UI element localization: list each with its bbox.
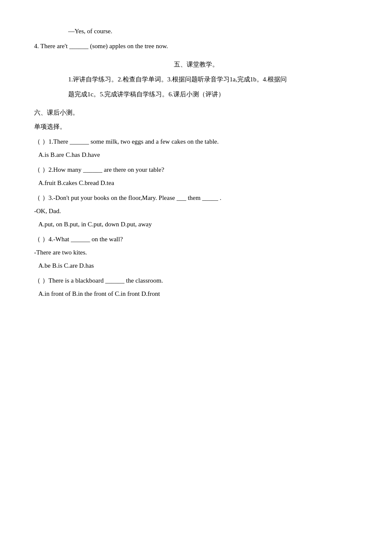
- question-3-sub: -OK, Dad.: [34, 205, 358, 217]
- question-4: 4. There are't ______ (some) apples on t…: [34, 40, 358, 52]
- question-2: （ ）2.How many ______ are there on your t…: [34, 164, 358, 176]
- question-4-mc: （ ）4.-What ______ on the wall?: [34, 234, 358, 245]
- section-6-sub: 单项选择。: [34, 121, 358, 133]
- section-6: 六、课后小测。 单项选择。 （ ）1.There ______ some mil…: [34, 107, 358, 300]
- question-5-text: （ ）There is a blackboard ______ the clas…: [34, 277, 163, 284]
- question-4-text: 4. There are't ______ (some) apples on t…: [34, 43, 168, 49]
- document-content: —Yes, of course. 4. There are't ______ (…: [34, 26, 358, 300]
- dialogue-text: —Yes, of course.: [68, 28, 112, 35]
- question-1-options: A.is B.are C.has D.have: [34, 149, 358, 161]
- question-2-options: A.fruit B.cakes C.bread D.tea: [34, 177, 358, 189]
- question-4-mc-text: （ ）4.-What ______ on the wall?: [34, 236, 123, 243]
- section-5-steps: 1.评讲自学练习。2.检查自学单词。3.根据问题听录音学习1a,完成1b。4.根…: [34, 74, 358, 85]
- question-5: （ ）There is a blackboard ______ the clas…: [34, 275, 358, 286]
- question-3-options: A.put, on B.put, in C.put, down D.put, a…: [34, 219, 358, 230]
- question-1: （ ）1.There ______ some milk, two eggs an…: [34, 136, 358, 147]
- section-5-heading: 五、课堂教学。: [34, 59, 358, 70]
- section-6-heading: 六、课后小测。: [34, 107, 358, 119]
- section-5-steps2: 题完成1c。5.完成讲学稿自学练习。6.课后小测（评讲）: [34, 89, 358, 100]
- question-3: （ ）3.-Don't put your books on the floor,…: [34, 192, 358, 204]
- question-1-text: （ ）1.There ______ some milk, two eggs an…: [34, 138, 219, 145]
- question-4-options: A.be B.is C.are D.has: [34, 260, 358, 272]
- question-5-options: A.in front of B.in the front of C.in fro…: [34, 288, 358, 300]
- question-4-sub: -There are two kites.: [34, 247, 358, 258]
- question-2-text: （ ）2.How many ______ are there on your t…: [34, 166, 164, 173]
- dialogue-line: —Yes, of course.: [34, 26, 358, 37]
- question-3-text: （ ）3.-Don't put your books on the floor,…: [34, 194, 221, 201]
- section-5: 五、课堂教学。 1.评讲自学练习。2.检查自学单词。3.根据问题听录音学习1a,…: [34, 59, 358, 100]
